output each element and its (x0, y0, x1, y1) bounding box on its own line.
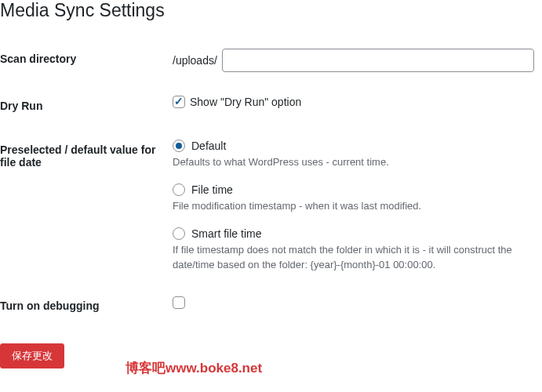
scan-directory-label: Scan directory (0, 37, 173, 84)
file-date-option-smart[interactable]: Smart file time (173, 227, 534, 240)
file-date-smart-label: Smart file time (191, 227, 261, 240)
file-date-default-description: Defaults to what WordPress uses - curren… (173, 155, 534, 169)
page-title: Media Sync Settings (0, 0, 542, 21)
file-date-default-label: Default (191, 140, 226, 152)
file-date-option-default[interactable]: Default (173, 140, 534, 152)
debugging-checkbox[interactable] (173, 296, 185, 309)
scan-directory-input[interactable] (222, 49, 534, 72)
dry-run-label: Dry Run (0, 84, 173, 128)
file-date-filetime-label: File time (191, 183, 233, 196)
dry-run-checkbox-label: Show "Dry Run" option (190, 96, 301, 108)
file-date-option-filetime[interactable]: File time (173, 183, 534, 196)
scan-directory-prefix: /uploads/ (173, 54, 217, 67)
file-date-label: Preselected / default value for file dat… (0, 128, 173, 284)
dry-run-option[interactable]: Show "Dry Run" option (173, 96, 301, 108)
watermark-text: 博客吧www.boke8.net (125, 359, 262, 368)
dry-run-checkbox[interactable] (173, 96, 185, 108)
file-date-radio-filetime[interactable] (173, 183, 185, 196)
file-date-filetime-description: File modification timestamp - when it wa… (173, 199, 534, 213)
settings-form: Scan directory /uploads/ Dry Run Show "D… (0, 37, 542, 328)
file-date-radio-smart[interactable] (173, 227, 185, 240)
file-date-radio-default[interactable] (173, 140, 185, 152)
save-button[interactable]: 保存更改 (0, 343, 64, 368)
file-date-smart-description: If file timestamp does not match the fol… (173, 243, 534, 271)
debugging-label: Turn on debugging (0, 284, 173, 328)
